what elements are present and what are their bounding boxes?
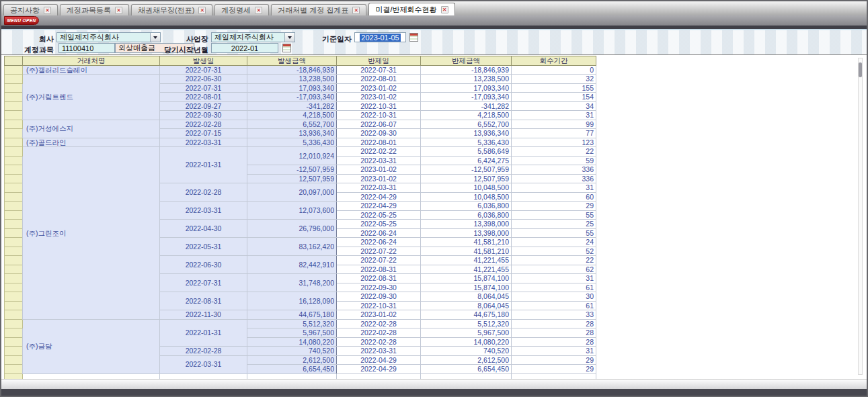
settlement-date-cell[interactable]: 2023-01-02 xyxy=(337,83,421,93)
occurrence-date-cell[interactable]: 2022-07-31 xyxy=(160,274,247,292)
settlement-date-cell[interactable]: 2022-08-01 xyxy=(337,75,421,84)
settlement-amount-cell[interactable]: 10,048,500 xyxy=(421,192,512,202)
row-header-cell[interactable] xyxy=(5,165,23,175)
occurrence-amount-cell[interactable]: 5,512,320 xyxy=(247,319,337,328)
settlement-amount-cell[interactable]: 41,221,455 xyxy=(421,265,512,274)
settlement-amount-cell[interactable]: 5,512,320 xyxy=(421,319,512,328)
row-header-cell[interactable] xyxy=(5,283,23,292)
occurrence-amount-cell[interactable]: 5,336,430 xyxy=(247,138,337,147)
occurrence-date-cell[interactable]: 2022-07-31 xyxy=(160,83,247,93)
settlement-date-cell[interactable]: 2022-03-31 xyxy=(337,156,421,165)
tab-4[interactable]: 거래처별 계정 집계표✕ xyxy=(271,4,366,15)
occurrence-amount-cell[interactable]: 13,238,500 xyxy=(247,75,337,84)
settlement-amount-cell[interactable]: 5,336,430 xyxy=(421,138,512,147)
collection-days-cell[interactable]: 22 xyxy=(512,256,596,265)
occurrence-amount-cell[interactable]: 6,552,700 xyxy=(247,120,337,129)
occurrence-date-cell[interactable]: 2022-08-31 xyxy=(160,292,247,310)
row-header-cell[interactable] xyxy=(5,228,23,238)
occurrence-amount-cell[interactable]: -341,282 xyxy=(247,101,337,111)
settlement-amount-cell[interactable]: -12,507,959 xyxy=(421,165,512,175)
collection-days-cell[interactable]: 99 xyxy=(512,120,596,129)
settlement-date-cell[interactable]: 2022-02-28 xyxy=(337,319,421,328)
collection-days-cell[interactable]: 155 xyxy=(512,83,596,93)
settlement-amount-cell[interactable]: 13,398,000 xyxy=(421,220,512,229)
settlement-date-cell[interactable]: 2022-08-01 xyxy=(337,138,421,147)
empty-cell[interactable] xyxy=(512,373,596,379)
tab-5[interactable]: 미결/반제회수현황✕ xyxy=(368,3,455,15)
occurrence-amount-cell[interactable]: 83,162,420 xyxy=(247,238,337,256)
column-header[interactable]: 발생금액 xyxy=(247,56,337,66)
occurrence-amount-cell[interactable]: 14,080,220 xyxy=(247,337,337,347)
occurrence-amount-cell[interactable]: -17,093,340 xyxy=(247,93,337,102)
settlement-amount-cell[interactable]: 44,675,180 xyxy=(421,310,512,320)
row-header-cell[interactable] xyxy=(5,65,23,75)
collection-days-cell[interactable]: 31 xyxy=(512,111,596,120)
settlement-date-cell[interactable]: 2022-06-24 xyxy=(337,228,421,238)
column-header[interactable]: 회수기간 xyxy=(512,56,596,66)
settlement-date-cell[interactable]: 2022-08-31 xyxy=(337,265,421,274)
occurrence-date-cell[interactable]: 2022-01-31 xyxy=(160,319,247,347)
collection-days-cell[interactable]: 29 xyxy=(512,202,596,211)
settlement-amount-cell[interactable]: 6,424,275 xyxy=(421,156,512,165)
row-header-cell[interactable] xyxy=(5,147,23,157)
period-start-input[interactable]: 2022-01 xyxy=(211,43,278,53)
collection-days-cell[interactable]: 61 xyxy=(512,283,596,292)
collection-days-cell[interactable]: 31 xyxy=(512,274,596,283)
collection-days-cell[interactable]: 123 xyxy=(512,138,596,147)
customer-name-cell[interactable]: (주)거림트렌드 xyxy=(23,75,160,120)
settlement-date-cell[interactable]: 2023-01-02 xyxy=(337,174,421,183)
collection-days-cell[interactable]: 154 xyxy=(512,93,596,102)
collection-days-cell[interactable]: 62 xyxy=(512,265,596,274)
collection-days-cell[interactable]: 28 xyxy=(512,337,596,347)
settlement-amount-cell[interactable]: 8,064,045 xyxy=(421,301,512,310)
row-header-cell[interactable] xyxy=(5,120,23,129)
settlement-date-cell[interactable]: 2023-01-02 xyxy=(337,165,421,175)
occurrence-date-cell[interactable]: 2022-03-31 xyxy=(160,355,247,373)
row-header-cell[interactable] xyxy=(5,265,23,274)
settlement-date-cell[interactable]: 2022-03-31 xyxy=(337,183,421,193)
occurrence-amount-cell[interactable]: 12,073,600 xyxy=(247,202,337,220)
account-code-input[interactable]: 11100410 xyxy=(58,43,115,53)
settlement-date-cell[interactable]: 2022-06-07 xyxy=(337,120,421,129)
occurrence-date-cell[interactable]: 2022-02-28 xyxy=(160,347,247,356)
occurrence-date-cell[interactable]: 2022-07-31 xyxy=(160,65,247,75)
collection-days-cell[interactable]: 22 xyxy=(512,147,596,157)
collection-days-cell[interactable]: 25 xyxy=(512,220,596,229)
empty-cell[interactable] xyxy=(247,373,337,379)
settlement-date-cell[interactable]: 2022-02-28 xyxy=(337,337,421,347)
collection-days-cell[interactable]: 31 xyxy=(512,183,596,193)
close-icon[interactable]: ✕ xyxy=(198,7,206,14)
row-header-cell[interactable] xyxy=(5,174,23,183)
row-header-cell[interactable] xyxy=(5,111,23,120)
customer-name-cell[interactable]: (주)그린조이 xyxy=(23,147,160,320)
empty-cell[interactable] xyxy=(160,373,247,379)
row-header-cell[interactable] xyxy=(5,355,23,365)
settlement-amount-cell[interactable]: 10,048,500 xyxy=(421,183,512,193)
row-header-cell[interactable] xyxy=(5,138,23,147)
occurrence-amount-cell[interactable]: 20,097,000 xyxy=(247,183,337,202)
close-icon[interactable]: ✕ xyxy=(44,7,51,14)
settlement-date-cell[interactable]: 2022-03-31 xyxy=(337,347,421,356)
settlement-amount-cell[interactable]: 15,874,100 xyxy=(421,283,512,292)
settlement-amount-cell[interactable]: 12,507,959 xyxy=(421,174,512,183)
close-icon[interactable]: ✕ xyxy=(115,7,122,14)
row-header-cell[interactable] xyxy=(5,319,23,328)
row-header-cell[interactable] xyxy=(5,75,23,84)
settlement-amount-cell[interactable]: 5,586,649 xyxy=(421,147,512,157)
settlement-date-cell[interactable]: 2022-10-31 xyxy=(337,111,421,120)
settlement-date-cell[interactable]: 2022-05-25 xyxy=(337,210,421,220)
occurrence-amount-cell[interactable]: -12,507,959 xyxy=(247,165,337,175)
settlement-amount-cell[interactable]: -341,282 xyxy=(421,101,512,111)
column-header[interactable]: 발생일 xyxy=(160,56,247,66)
occurrence-amount-cell[interactable]: 12,507,959 xyxy=(247,174,337,183)
occurrence-date-cell[interactable]: 2022-09-30 xyxy=(160,111,247,120)
settlement-date-cell[interactable]: 2022-07-22 xyxy=(337,256,421,265)
settlement-amount-cell[interactable]: 740,520 xyxy=(421,347,512,356)
occurrence-amount-cell[interactable]: 12,010,924 xyxy=(247,147,337,165)
row-header-cell[interactable] xyxy=(5,93,23,102)
occurrence-date-cell[interactable]: 2022-01-31 xyxy=(160,147,247,183)
occurrence-date-cell[interactable]: 2022-02-28 xyxy=(160,183,247,202)
base-date-input[interactable]: 2023-01-05 xyxy=(354,32,406,42)
settlement-amount-cell[interactable]: 2,612,500 xyxy=(421,355,512,365)
settlement-amount-cell[interactable]: 17,093,340 xyxy=(421,83,512,93)
